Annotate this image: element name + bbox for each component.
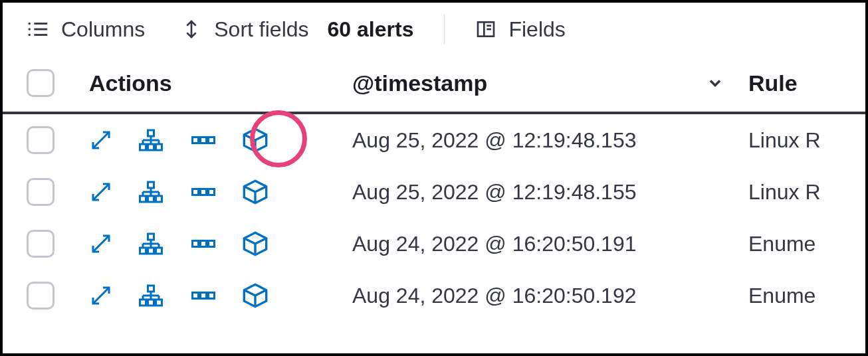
svg-rect-26: [140, 196, 146, 202]
svg-rect-64: [209, 293, 215, 299]
svg-rect-21: [201, 137, 207, 143]
header-actions: Actions: [89, 70, 328, 96]
columns-label: Columns: [61, 17, 145, 42]
svg-rect-53: [148, 286, 154, 292]
sort-arrows-icon: [181, 19, 202, 40]
svg-rect-22: [209, 137, 215, 143]
list-icon: [27, 18, 49, 41]
expand-icon[interactable]: [89, 128, 113, 152]
table-row: Aug 25, 2022 @ 12:19:48.155 Linux R: [3, 166, 865, 218]
sort-button[interactable]: Sort fields: [181, 17, 308, 42]
timestamp-cell: Aug 24, 2022 @ 16:20:50.192: [352, 284, 724, 308]
actions-cell: [89, 179, 328, 205]
svg-rect-39: [148, 234, 154, 240]
svg-rect-12: [140, 144, 146, 150]
header-timestamp[interactable]: @timestamp: [352, 70, 724, 96]
table-body: Aug 25, 2022 @ 12:19:48.153 Linux R: [3, 114, 865, 321]
svg-rect-42: [156, 248, 162, 254]
more-squares-icon[interactable]: [189, 180, 218, 204]
svg-rect-6: [478, 22, 494, 36]
svg-rect-25: [148, 182, 154, 188]
timestamp-cell: Aug 24, 2022 @ 16:20:50.191: [352, 232, 724, 256]
cube-icon[interactable]: [242, 282, 269, 309]
svg-rect-40: [140, 248, 146, 254]
more-squares-icon[interactable]: [189, 128, 218, 152]
expand-icon[interactable]: [89, 232, 113, 256]
sort-label: Sort fields: [214, 17, 308, 42]
table-row: Aug 24, 2022 @ 16:20:50.192 Enume: [3, 270, 865, 321]
svg-rect-54: [140, 300, 146, 306]
more-squares-icon[interactable]: [189, 232, 218, 256]
timestamp-cell: Aug 25, 2022 @ 12:19:48.155: [352, 180, 724, 205]
chevron-down-icon: [706, 74, 724, 92]
toolbar-divider: [444, 15, 445, 44]
svg-point-2: [29, 34, 31, 36]
svg-rect-41: [148, 248, 154, 254]
svg-rect-63: [201, 293, 207, 299]
expand-icon[interactable]: [89, 284, 113, 308]
more-squares-icon[interactable]: [189, 284, 218, 308]
svg-rect-35: [201, 189, 207, 195]
fields-button[interactable]: Fields: [475, 17, 565, 42]
svg-rect-28: [156, 196, 162, 202]
svg-line-38: [93, 236, 109, 252]
svg-point-0: [29, 23, 31, 25]
cube-icon[interactable]: [242, 127, 269, 153]
rule-cell: Enume: [748, 284, 815, 308]
table-row: Aug 25, 2022 @ 12:19:48.153 Linux R: [3, 114, 865, 166]
svg-rect-27: [148, 196, 154, 202]
actions-cell: [89, 127, 328, 153]
svg-rect-50: [209, 241, 215, 247]
svg-rect-56: [156, 300, 162, 306]
svg-rect-55: [148, 300, 154, 306]
header-timestamp-label: @timestamp: [352, 70, 487, 96]
svg-line-52: [93, 288, 109, 304]
svg-rect-62: [193, 293, 199, 299]
table-row: Aug 24, 2022 @ 16:20:50.191 Enume: [3, 218, 865, 270]
actions-cell: [89, 282, 328, 309]
row-checkbox[interactable]: [27, 230, 54, 258]
analyzer-tree-icon[interactable]: [137, 128, 165, 152]
expand-icon[interactable]: [89, 180, 113, 204]
columns-button[interactable]: Columns: [27, 17, 145, 42]
table-header: Actions @timestamp Rule: [3, 60, 865, 114]
svg-line-24: [93, 184, 109, 200]
svg-line-10: [93, 132, 109, 148]
svg-rect-11: [148, 130, 154, 136]
svg-rect-20: [193, 137, 199, 143]
fields-label: Fields: [508, 17, 565, 42]
row-checkbox[interactable]: [27, 178, 54, 206]
rule-cell: Enume: [748, 232, 815, 256]
svg-rect-49: [201, 241, 207, 247]
alerts-count: 60 alerts: [328, 17, 414, 42]
svg-rect-13: [148, 144, 154, 150]
svg-rect-34: [193, 189, 199, 195]
fields-panel-icon: [475, 19, 496, 40]
analyzer-tree-icon[interactable]: [137, 232, 165, 256]
rule-cell: Linux R: [748, 128, 821, 153]
header-rule: Rule: [748, 70, 798, 96]
actions-cell: [89, 230, 328, 257]
timestamp-cell: Aug 25, 2022 @ 12:19:48.153: [352, 128, 724, 153]
analyzer-tree-icon[interactable]: [137, 180, 165, 204]
cube-icon[interactable]: [242, 230, 269, 257]
row-checkbox[interactable]: [27, 282, 54, 310]
analyzer-tree-icon[interactable]: [137, 284, 165, 308]
toolbar: Columns Sort fields 60 alerts Fields: [3, 3, 865, 60]
row-checkbox[interactable]: [27, 126, 54, 154]
svg-rect-14: [156, 144, 162, 150]
svg-point-1: [29, 28, 31, 30]
svg-rect-48: [193, 241, 199, 247]
cube-icon[interactable]: [242, 179, 269, 205]
select-all-checkbox[interactable]: [27, 69, 54, 97]
svg-rect-36: [209, 189, 215, 195]
rule-cell: Linux R: [748, 180, 821, 205]
